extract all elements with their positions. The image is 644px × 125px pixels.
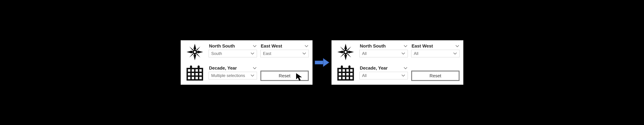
svg-marker-18 — [296, 73, 302, 81]
north-south-label: North South — [360, 43, 386, 49]
decade-year-label: Decade, Year — [209, 65, 237, 71]
chevron-down-icon — [253, 67, 256, 69]
north-south-dropdown[interactable]: All — [360, 50, 408, 57]
svg-marker-21 — [344, 44, 347, 50]
reset-button[interactable]: Reset — [260, 71, 309, 81]
svg-marker-26 — [347, 46, 351, 51]
svg-marker-24 — [347, 51, 354, 53]
filter-panel-after: North South All East West All — [332, 40, 463, 85]
chevron-down-icon — [453, 52, 457, 55]
svg-rect-16 — [190, 65, 192, 69]
svg-marker-27 — [340, 53, 344, 57]
svg-point-9 — [194, 51, 196, 53]
east-west-dropdown[interactable]: All — [411, 50, 460, 57]
chevron-down-icon — [302, 52, 306, 55]
decade-year-value: Multiple selections — [211, 73, 245, 78]
east-west-value: East — [263, 51, 271, 56]
chevron-down-icon — [402, 52, 405, 55]
reset-button[interactable]: Reset — [411, 71, 460, 81]
north-south-label: North South — [209, 43, 235, 49]
compass-icon — [335, 43, 356, 61]
east-west-value: All — [414, 51, 418, 56]
svg-marker-7 — [196, 53, 200, 57]
east-west-header[interactable]: East West — [260, 43, 309, 49]
east-west-label: East West — [261, 43, 282, 49]
reset-button-label: Reset — [430, 73, 441, 79]
chevron-down-icon — [404, 45, 408, 47]
svg-rect-37 — [341, 65, 343, 69]
chevron-down-icon — [402, 74, 405, 77]
chevron-down-icon — [304, 45, 308, 47]
svg-marker-2 — [186, 51, 193, 53]
decade-year-value: All — [362, 73, 367, 78]
svg-rect-19 — [315, 61, 323, 64]
svg-marker-3 — [196, 51, 203, 53]
svg-marker-1 — [194, 54, 196, 60]
filter-panel-before: North South South East West East — [181, 40, 312, 85]
chevron-down-icon — [456, 45, 459, 47]
decade-year-header[interactable]: Decade, Year — [209, 65, 257, 71]
svg-point-30 — [344, 51, 347, 53]
svg-marker-23 — [337, 51, 344, 53]
north-south-value: South — [211, 51, 222, 56]
decade-year-label: Decade, Year — [360, 65, 388, 71]
calendar-icon — [335, 65, 356, 81]
north-south-header[interactable]: North South — [360, 43, 408, 49]
svg-marker-5 — [196, 46, 200, 51]
decade-year-dropdown[interactable]: Multiple selections — [209, 72, 257, 79]
svg-marker-28 — [347, 53, 351, 57]
reset-button-label: Reset — [279, 73, 290, 79]
east-west-header[interactable]: East West — [411, 43, 460, 49]
svg-rect-17 — [198, 65, 200, 69]
chevron-down-icon — [253, 45, 256, 47]
east-west-filter: East West East — [260, 43, 309, 61]
decade-year-filter: Decade, Year Multiple selections — [209, 65, 257, 81]
chevron-down-icon — [404, 67, 408, 69]
chevron-down-icon — [250, 52, 254, 55]
svg-marker-20 — [323, 58, 329, 67]
svg-marker-6 — [189, 53, 194, 57]
decade-year-header[interactable]: Decade, Year — [360, 65, 408, 71]
east-west-label: East West — [412, 43, 433, 49]
compass-icon — [184, 43, 205, 61]
chevron-down-icon — [250, 74, 254, 77]
north-south-header[interactable]: North South — [209, 43, 257, 49]
svg-marker-4 — [189, 46, 194, 51]
transition-arrow-icon — [314, 57, 330, 68]
north-south-value: All — [362, 51, 367, 56]
calendar-icon — [184, 65, 205, 81]
decade-year-filter: Decade, Year All — [360, 65, 408, 81]
east-west-dropdown[interactable]: East — [260, 50, 309, 57]
east-west-filter: East West All — [411, 43, 460, 61]
svg-marker-22 — [344, 54, 347, 60]
cursor-icon — [295, 73, 304, 81]
north-south-filter: North South South — [209, 43, 257, 61]
north-south-filter: North South All — [360, 43, 408, 61]
svg-marker-25 — [340, 46, 344, 51]
svg-rect-38 — [348, 65, 350, 69]
svg-marker-0 — [194, 44, 196, 50]
decade-year-dropdown[interactable]: All — [360, 72, 408, 79]
north-south-dropdown[interactable]: South — [209, 50, 257, 57]
